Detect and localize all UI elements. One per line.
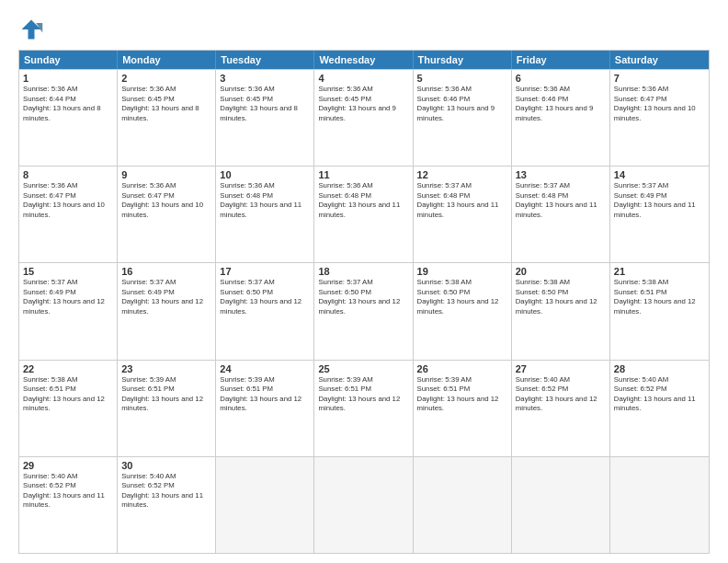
cell-info: Sunrise: 5:36 AMSunset: 6:48 PMDaylight:… <box>220 181 310 220</box>
calendar-header: SundayMondayTuesdayWednesdayThursdayFrid… <box>19 51 709 69</box>
cell-day-number: 23 <box>121 363 211 374</box>
cell-info: Sunrise: 5:37 AMSunset: 6:49 PMDaylight:… <box>121 278 211 316</box>
cell-day-number: 25 <box>318 363 408 374</box>
header-cell-friday: Friday <box>512 51 610 69</box>
cell-day-number: 10 <box>220 169 310 180</box>
cell-info: Sunrise: 5:36 AMSunset: 6:46 PMDaylight:… <box>417 85 507 123</box>
cell-info: Sunrise: 5:36 AMSunset: 6:48 PMDaylight:… <box>318 181 408 220</box>
cal-cell <box>512 457 610 553</box>
cal-cell: 28Sunrise: 5:40 AMSunset: 6:52 PMDayligh… <box>610 361 709 456</box>
week-row-1: 1Sunrise: 5:36 AMSunset: 6:44 PMDaylight… <box>19 69 709 166</box>
cal-cell: 29Sunrise: 5:40 AMSunset: 6:52 PMDayligh… <box>19 457 118 553</box>
cal-cell: 7Sunrise: 5:36 AMSunset: 6:47 PMDaylight… <box>610 70 709 166</box>
cal-cell: 16Sunrise: 5:37 AMSunset: 6:49 PMDayligh… <box>118 263 216 359</box>
header <box>18 17 710 42</box>
cell-day-number: 6 <box>516 73 606 84</box>
cell-info: Sunrise: 5:36 AMSunset: 6:47 PMDaylight:… <box>121 181 211 220</box>
cal-cell: 25Sunrise: 5:39 AMSunset: 6:51 PMDayligh… <box>314 361 413 456</box>
cell-info: Sunrise: 5:36 AMSunset: 6:47 PMDaylight:… <box>614 85 705 123</box>
cal-cell <box>314 457 413 553</box>
cell-day-number: 29 <box>23 460 113 471</box>
cell-info: Sunrise: 5:38 AMSunset: 6:50 PMDaylight:… <box>417 278 507 316</box>
header-cell-wednesday: Wednesday <box>314 51 413 69</box>
cell-day-number: 4 <box>318 73 408 84</box>
logo-icon <box>18 17 44 42</box>
cell-day-number: 18 <box>318 266 408 277</box>
cell-info: Sunrise: 5:36 AMSunset: 6:45 PMDaylight:… <box>220 85 310 123</box>
cell-info: Sunrise: 5:40 AMSunset: 6:52 PMDaylight:… <box>614 375 705 414</box>
svg-marker-0 <box>22 20 41 40</box>
cell-info: Sunrise: 5:40 AMSunset: 6:52 PMDaylight:… <box>23 472 113 511</box>
cal-cell <box>610 457 709 553</box>
cell-day-number: 9 <box>121 169 211 180</box>
cal-cell <box>414 457 512 553</box>
cell-day-number: 16 <box>121 266 211 277</box>
cell-info: Sunrise: 5:37 AMSunset: 6:48 PMDaylight:… <box>417 181 507 220</box>
cell-info: Sunrise: 5:36 AMSunset: 6:45 PMDaylight:… <box>318 85 408 123</box>
cell-info: Sunrise: 5:39 AMSunset: 6:51 PMDaylight:… <box>417 375 507 414</box>
cell-day-number: 17 <box>220 266 310 277</box>
week-row-4: 22Sunrise: 5:38 AMSunset: 6:51 PMDayligh… <box>19 360 709 456</box>
page: SundayMondayTuesdayWednesdayThursdayFrid… <box>0 0 728 563</box>
header-cell-sunday: Sunday <box>19 51 118 69</box>
calendar: SundayMondayTuesdayWednesdayThursdayFrid… <box>18 50 710 554</box>
cell-day-number: 26 <box>417 363 507 374</box>
cell-day-number: 14 <box>614 169 705 180</box>
cell-info: Sunrise: 5:39 AMSunset: 6:51 PMDaylight:… <box>220 375 310 414</box>
cal-cell: 26Sunrise: 5:39 AMSunset: 6:51 PMDayligh… <box>414 361 512 456</box>
cell-info: Sunrise: 5:40 AMSunset: 6:52 PMDaylight:… <box>121 472 211 511</box>
cell-day-number: 13 <box>516 169 606 180</box>
cell-day-number: 8 <box>23 169 113 180</box>
cal-cell: 18Sunrise: 5:37 AMSunset: 6:50 PMDayligh… <box>314 263 413 359</box>
cal-cell <box>216 457 314 553</box>
cal-cell: 17Sunrise: 5:37 AMSunset: 6:50 PMDayligh… <box>216 263 314 359</box>
cell-info: Sunrise: 5:36 AMSunset: 6:44 PMDaylight:… <box>23 85 113 123</box>
cal-cell: 10Sunrise: 5:36 AMSunset: 6:48 PMDayligh… <box>216 167 314 262</box>
cell-info: Sunrise: 5:37 AMSunset: 6:49 PMDaylight:… <box>23 278 113 316</box>
cell-day-number: 30 <box>121 460 211 471</box>
cell-day-number: 22 <box>23 363 113 374</box>
cal-cell: 6Sunrise: 5:36 AMSunset: 6:46 PMDaylight… <box>512 70 610 166</box>
cal-cell: 30Sunrise: 5:40 AMSunset: 6:52 PMDayligh… <box>118 457 216 553</box>
header-cell-thursday: Thursday <box>414 51 512 69</box>
cell-day-number: 1 <box>23 73 113 84</box>
cell-info: Sunrise: 5:39 AMSunset: 6:51 PMDaylight:… <box>318 375 408 414</box>
cal-cell: 19Sunrise: 5:38 AMSunset: 6:50 PMDayligh… <box>414 263 512 359</box>
header-cell-monday: Monday <box>118 51 216 69</box>
cal-cell: 2Sunrise: 5:36 AMSunset: 6:45 PMDaylight… <box>118 70 216 166</box>
cell-day-number: 21 <box>614 266 705 277</box>
cell-day-number: 20 <box>516 266 606 277</box>
cell-info: Sunrise: 5:37 AMSunset: 6:50 PMDaylight:… <box>220 278 310 316</box>
cal-cell: 21Sunrise: 5:38 AMSunset: 6:51 PMDayligh… <box>610 263 709 359</box>
cal-cell: 8Sunrise: 5:36 AMSunset: 6:47 PMDaylight… <box>19 167 118 262</box>
cell-info: Sunrise: 5:40 AMSunset: 6:52 PMDaylight:… <box>516 375 606 414</box>
cell-info: Sunrise: 5:38 AMSunset: 6:51 PMDaylight:… <box>23 375 113 414</box>
cal-cell: 20Sunrise: 5:38 AMSunset: 6:50 PMDayligh… <box>512 263 610 359</box>
cal-cell: 1Sunrise: 5:36 AMSunset: 6:44 PMDaylight… <box>19 70 118 166</box>
cell-day-number: 2 <box>121 73 211 84</box>
cal-cell: 5Sunrise: 5:36 AMSunset: 6:46 PMDaylight… <box>414 70 512 166</box>
cell-day-number: 19 <box>417 266 507 277</box>
cell-day-number: 15 <box>23 266 113 277</box>
cell-info: Sunrise: 5:37 AMSunset: 6:50 PMDaylight:… <box>318 278 408 316</box>
cal-cell: 14Sunrise: 5:37 AMSunset: 6:49 PMDayligh… <box>610 167 709 262</box>
week-row-3: 15Sunrise: 5:37 AMSunset: 6:49 PMDayligh… <box>19 262 709 359</box>
cell-day-number: 12 <box>417 169 507 180</box>
cell-day-number: 24 <box>220 363 310 374</box>
cal-cell: 24Sunrise: 5:39 AMSunset: 6:51 PMDayligh… <box>216 361 314 456</box>
cal-cell: 13Sunrise: 5:37 AMSunset: 6:48 PMDayligh… <box>512 167 610 262</box>
cell-info: Sunrise: 5:37 AMSunset: 6:49 PMDaylight:… <box>614 181 705 220</box>
cal-cell: 4Sunrise: 5:36 AMSunset: 6:45 PMDaylight… <box>314 70 413 166</box>
cell-day-number: 7 <box>614 73 705 84</box>
cell-info: Sunrise: 5:36 AMSunset: 6:47 PMDaylight:… <box>23 181 113 220</box>
cal-cell: 15Sunrise: 5:37 AMSunset: 6:49 PMDayligh… <box>19 263 118 359</box>
cell-day-number: 3 <box>220 73 310 84</box>
logo <box>18 17 48 42</box>
cal-cell: 11Sunrise: 5:36 AMSunset: 6:48 PMDayligh… <box>314 167 413 262</box>
cell-info: Sunrise: 5:38 AMSunset: 6:50 PMDaylight:… <box>516 278 606 316</box>
cal-cell: 22Sunrise: 5:38 AMSunset: 6:51 PMDayligh… <box>19 361 118 456</box>
cell-info: Sunrise: 5:39 AMSunset: 6:51 PMDaylight:… <box>121 375 211 414</box>
cell-day-number: 5 <box>417 73 507 84</box>
cell-info: Sunrise: 5:36 AMSunset: 6:45 PMDaylight:… <box>121 85 211 123</box>
cal-cell: 3Sunrise: 5:36 AMSunset: 6:45 PMDaylight… <box>216 70 314 166</box>
